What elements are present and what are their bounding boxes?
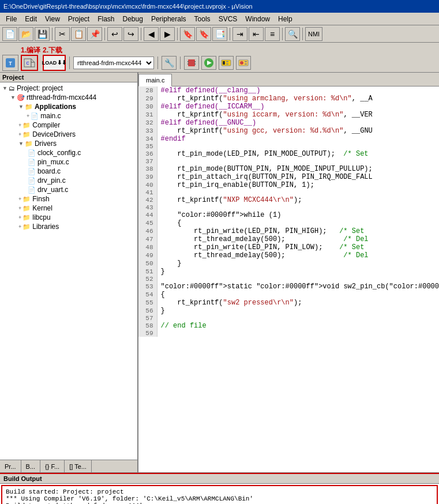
code-content[interactable] <box>157 276 439 283</box>
debug-chip-btn[interactable] <box>184 56 199 70</box>
code-content[interactable]: // end file <box>157 322 439 330</box>
code-content[interactable]: rt_kprintf("sw2 pressed\r\n"); <box>157 299 439 307</box>
code-content[interactable]: } <box>157 307 439 315</box>
cut-btn[interactable]: ✂ <box>55 27 70 41</box>
menu-item-flash[interactable]: Flash <box>94 14 118 24</box>
bookmark3-btn[interactable]: 📑 <box>212 27 227 41</box>
code-area[interactable]: 28#elif defined(__clang__)29 rt_kprintf(… <box>138 86 439 472</box>
menu-item-window[interactable]: Window <box>242 14 273 24</box>
load-btn[interactable]: LOAD ⬇⬇ <box>43 55 66 71</box>
nav-back-btn[interactable]: ◀ <box>144 27 159 41</box>
tree-item[interactable]: +📁DeviceDrivers <box>1 130 136 139</box>
tree-expand-icon[interactable]: + <box>18 131 21 137</box>
code-content[interactable] <box>157 143 439 150</box>
code-content[interactable]: #elif defined(__clang__) <box>157 86 439 95</box>
menu-item-tools[interactable]: Tools <box>191 14 214 24</box>
tree-expand-icon[interactable]: ▼ <box>18 104 24 110</box>
tree-item[interactable]: +📁libcpu <box>1 213 136 222</box>
nmi-btn[interactable]: NMI <box>305 27 322 41</box>
new-file-btn[interactable]: 📄 <box>2 27 17 41</box>
menu-item-peripherals[interactable]: Peripherals <box>148 14 190 24</box>
code-content[interactable]: #elif defined(__GNUC__) <box>157 119 439 127</box>
code-content[interactable]: rt_kprintf("using gcc, version: %d.%d\n"… <box>157 127 439 135</box>
debug-board-btn[interactable] <box>219 56 234 70</box>
tree-expand-icon[interactable]: ▼ <box>2 85 7 91</box>
target-options-btn[interactable]: T <box>2 55 18 71</box>
tree-expand-icon[interactable]: + <box>18 196 21 202</box>
save-btn[interactable]: 💾 <box>35 27 50 41</box>
code-content[interactable] <box>157 158 439 165</box>
tree-item[interactable]: 📄board.c <box>1 167 136 176</box>
open-btn[interactable]: 📂 <box>18 27 33 41</box>
menu-item-project[interactable]: Project <box>65 14 93 24</box>
tree-item[interactable]: 📄drv_pin.c <box>1 176 136 185</box>
tree-item[interactable]: +📁Finsh <box>1 194 136 204</box>
code-content[interactable]: { <box>157 291 439 299</box>
menu-item-help[interactable]: Help <box>275 14 296 24</box>
code-content[interactable]: #elif defined(__ICCARM__) <box>157 103 439 111</box>
tree-expand-icon[interactable]: ▼ <box>18 141 24 146</box>
tree-item[interactable]: ▼🗂Project: project <box>1 84 136 93</box>
menu-item-view[interactable]: View <box>42 14 63 24</box>
code-content[interactable] <box>157 204 439 211</box>
tab-main-c[interactable]: main.c <box>138 74 172 86</box>
search-btn[interactable]: 🔍 <box>285 27 300 41</box>
code-content[interactable] <box>157 330 439 337</box>
tree-item[interactable]: ▼📁Drivers <box>1 139 136 148</box>
project-tree[interactable]: ▼🗂Project: project▼🎯rtthread-frdm-mcxc44… <box>0 82 137 460</box>
tree-item[interactable]: ▼📁Applications <box>1 102 136 111</box>
magic-wand-btn[interactable]: 🔧 <box>162 56 177 70</box>
tree-item[interactable]: +📁Libraries <box>1 222 136 231</box>
code-content[interactable] <box>157 189 439 196</box>
menu-item-svcs[interactable]: SVCS <box>215 14 241 24</box>
panel-tab-3[interactable]: [] Te... <box>65 460 92 472</box>
unindent-btn[interactable]: ⇤ <box>249 27 264 41</box>
panel-tab-2[interactable]: {} F... <box>40 460 65 472</box>
format-btn[interactable]: ≡ <box>265 27 280 41</box>
copy-btn[interactable]: 📋 <box>71 27 86 41</box>
code-content[interactable]: rt_thread_mdelay(500); /* Del <box>157 251 439 259</box>
undo-btn[interactable]: ↩ <box>107 27 122 41</box>
bookmark-btn[interactable]: 🔖 <box>180 27 195 41</box>
tree-item[interactable]: 📄drv_uart.c <box>1 185 136 194</box>
target-dropdown[interactable]: rtthread-frdm-mcxc444 <box>73 57 154 69</box>
code-content[interactable] <box>157 315 439 322</box>
code-content[interactable]: rt_thread_mdelay(500); /* Del <box>157 235 439 243</box>
tree-expand-icon[interactable]: + <box>27 113 29 119</box>
build-output-content[interactable]: Build started: Project: project*** Using… <box>1 485 438 504</box>
code-content[interactable]: rt_pin_irq_enable(BUTTON_PIN, 1); <box>157 181 439 189</box>
redo-btn[interactable]: ↪ <box>123 27 138 41</box>
code-content[interactable]: rt_kprintf("NXP MCXC444\r\n"); <box>157 196 439 204</box>
tree-item[interactable]: 📄clock_config.c <box>1 148 136 157</box>
code-content[interactable]: "color:#0000ff">static "color:#0000ff">v… <box>157 283 439 291</box>
tree-expand-icon[interactable]: + <box>18 122 21 128</box>
tree-expand-icon[interactable]: + <box>18 224 21 230</box>
compile-btn[interactable]: C <box>21 55 38 71</box>
code-content[interactable]: } <box>157 268 439 276</box>
code-content[interactable]: #endif <box>157 135 439 143</box>
paste-btn[interactable]: 📌 <box>87 27 102 41</box>
indent-btn[interactable]: ⇥ <box>232 27 247 41</box>
bookmark2-btn[interactable]: 🔖 <box>196 27 211 41</box>
code-content[interactable]: rt_pin_mode(BUTTON_PIN, PIN_MODE_INPUT_P… <box>157 165 439 173</box>
debug-options-btn[interactable] <box>236 56 251 70</box>
code-content[interactable]: rt_kprintf("using iccarm, version: %d\n"… <box>157 111 439 119</box>
code-content[interactable]: rt_kprintf("using armclang, version: %d\… <box>157 95 439 103</box>
tree-item[interactable]: 📄pin_mux.c <box>1 157 136 167</box>
code-content[interactable]: rt_pin_write(LED_PIN, PIN_HIGH); /* Set <box>157 227 439 235</box>
panel-tab-1[interactable]: B... <box>21 460 41 472</box>
menu-item-file[interactable]: File <box>2 14 20 24</box>
panel-tab-0[interactable]: Pr... <box>0 460 21 472</box>
nav-fwd-btn[interactable]: ▶ <box>160 27 175 41</box>
menu-item-edit[interactable]: Edit <box>21 14 40 24</box>
tree-item[interactable]: +📁Compiler <box>1 121 136 130</box>
tree-expand-icon[interactable]: + <box>18 215 21 220</box>
code-content[interactable]: } <box>157 259 439 268</box>
menu-item-debug[interactable]: Debug <box>119 14 147 24</box>
tree-expand-icon[interactable]: ▼ <box>10 95 16 100</box>
code-content[interactable]: rt_pin_write(LED_PIN, PIN_LOW); /* Set <box>157 243 439 251</box>
tree-item[interactable]: +📄main.c <box>1 111 136 121</box>
tree-expand-icon[interactable]: + <box>18 205 21 211</box>
code-content[interactable]: rt_pin_mode(LED_PIN, PIN_MODE_OUTPUT); /… <box>157 150 439 158</box>
code-content[interactable]: { <box>157 219 439 227</box>
